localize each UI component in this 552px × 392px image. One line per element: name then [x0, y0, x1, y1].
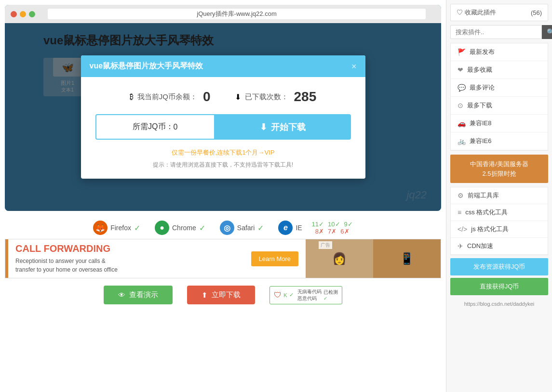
ad-title: CALL FORWARDING — [15, 243, 244, 254]
compat-ie: e IE — [278, 221, 302, 235]
ad-learn-more-button[interactable]: Learn More — [251, 251, 298, 266]
download-icon: ⬇ — [260, 122, 267, 132]
ad-img-1: 👩 — [306, 239, 373, 278]
collect-label: ♡ 收藏此插件 — [457, 8, 496, 17]
modal-close-button[interactable]: × — [351, 62, 357, 71]
balance-value: 0 — [203, 89, 211, 105]
gear-icon: ⚙ — [458, 192, 464, 199]
upload-icon: ⬆ — [202, 291, 208, 300]
cost-label: 所需JQ币： — [133, 122, 173, 132]
car-icon: 🚗 — [458, 119, 466, 127]
tip-text: 提示：请使用浏览器直接下载，不支持迅雷等下载工具! — [95, 161, 351, 169]
browser-url: jQuery插件库-www.jq22.com — [48, 9, 426, 19]
search-input[interactable] — [450, 25, 542, 39]
js-label: js 格式化工具 — [471, 225, 509, 234]
css-icon: ≡ — [458, 209, 461, 216]
publish-resource-button[interactable]: 发布资源获得JQ币 — [450, 258, 548, 275]
security-check2: ✓ — [323, 296, 338, 301]
modal-action-row: 所需JQ币： 0 ⬇ 开始下载 — [95, 114, 351, 140]
sidebar-tool-js[interactable]: </> js 格式化工具 — [451, 221, 548, 238]
sidebar-item-ie6[interactable]: 🚲 兼容IE6 — [451, 132, 548, 150]
earn-jq-button[interactable]: 直接获得JQ币 — [450, 278, 548, 295]
download-sidebar-icon: ⊙ — [458, 102, 463, 109]
firefox-icon: 🦊 — [93, 221, 108, 235]
chrome-label: Chrome — [172, 224, 196, 232]
frontend-label: 前端工具库 — [468, 191, 499, 200]
security-label3: 恶意代码 — [297, 295, 322, 302]
bike-icon: 🚲 — [458, 137, 466, 145]
compat-safari: ◎ Safari ✓ — [220, 221, 264, 235]
sidebar-item-most-collected[interactable]: ❤ 最多收藏 — [451, 61, 548, 79]
modal-body: ₿ 我当前JQ币余额： 0 ⬇ 已下载次数： 285 — [81, 77, 365, 179]
most-commented-label: 最多评论 — [470, 83, 495, 92]
immediate-download-button[interactable]: ⬆ 立即下载 — [187, 286, 255, 304]
sidebar-item-most-commented[interactable]: 💬 最多评论 — [451, 79, 548, 97]
dot-yellow — [20, 11, 26, 17]
modal-title: vue鼠标悬停图片放大手风琴特效 — [90, 61, 203, 71]
most-downloaded-label: 最多下载 — [467, 101, 492, 110]
sidebar-url: https://blog.csdn.net/daddykei — [446, 299, 552, 309]
version-block: 11✓ 10✓ 9✓ 8✗ 7✗ 6✗ — [312, 221, 353, 235]
firefox-check: ✓ — [134, 223, 140, 233]
collect-count: (56) — [531, 9, 542, 16]
browser-preview: jQuery插件库-www.jq22.com vue鼠标悬停图片放大手风琴特效 … — [5, 5, 441, 211]
version-row-no: 8✗ 7✗ 6✗ — [315, 228, 350, 235]
dot-green — [29, 11, 35, 17]
safari-check: ✓ — [257, 223, 264, 233]
sidebar-tool-frontend[interactable]: ⚙ 前端工具库 — [451, 187, 548, 204]
sidebar-tools: ⚙ 前端工具库 ≡ css 格式化工具 </> js 格式化工具 ✈ CDN加速 — [450, 187, 548, 255]
sidebar-tool-css[interactable]: ≡ css 格式化工具 — [451, 204, 548, 221]
security-label2: 已检测 — [323, 289, 338, 296]
view-demo-button[interactable]: 👁 查看演示 — [104, 286, 173, 304]
browser-chrome-bar: jQuery插件库-www.jq22.com — [5, 5, 441, 23]
balance-stat: ₿ 我当前JQ币余额： 0 — [130, 89, 211, 105]
sidebar-promo-banner[interactable]: 中国香港/美国服务器 2.5折限时抢 — [450, 155, 548, 183]
security-check1: ✓ — [289, 292, 294, 298]
ver-9: 9✓ — [344, 221, 353, 228]
ad-desc: Receptionist to answer your calls & tran… — [15, 257, 244, 274]
chrome-icon: ● — [155, 221, 169, 235]
safari-icon: ◎ — [220, 221, 234, 235]
js-icon: </> — [458, 225, 467, 233]
vip-promo-text[interactable]: 仅需一份早餐价,连续下载1个月→VIP — [95, 148, 351, 157]
download-modal: vue鼠标悬停图片放大手风琴特效 × ₿ 我当前JQ币余额： 0 ⬇ — [81, 55, 365, 179]
promo-line2: 2.5折限时抢 — [482, 170, 516, 177]
download-btn-label: 开始下载 — [271, 121, 306, 133]
coin-icon: ₿ — [130, 92, 134, 101]
ie-label: IE — [296, 224, 302, 232]
ad-banner: CALL FORWARDING Receptionist to answer y… — [5, 239, 441, 278]
latest-label: 最新发布 — [470, 48, 495, 56]
sidebar-menu: 🚩 最新发布 ❤ 最多收藏 💬 最多评论 ⊙ 最多下载 🚗 兼容IE8 🚲 兼容… — [450, 43, 548, 151]
safari-label: Safari — [237, 224, 255, 232]
balance-label: 我当前JQ币余额： — [137, 92, 197, 102]
sidebar-tool-cdn[interactable]: ✈ CDN加速 — [451, 238, 548, 255]
search-button[interactable]: 🔍 — [542, 25, 552, 39]
sidebar-collect-button[interactable]: ♡ 收藏此插件 (56) — [450, 4, 548, 21]
browser-body: vue鼠标悬停图片放大手风琴特效 🦋 图片1 文本1 jq22 vue鼠标悬停图… — [5, 23, 441, 211]
heart-icon: ❤ — [458, 66, 463, 74]
start-download-button[interactable]: ⬇ 开始下载 — [215, 114, 350, 140]
comment-icon: 💬 — [458, 84, 466, 91]
modal-header: vue鼠标悬停图片放大手风琴特效 × — [81, 55, 365, 77]
chrome-check: ✓ — [199, 223, 205, 233]
jq-cost-display: 所需JQ币： 0 — [95, 114, 215, 140]
sidebar-search-row: 🔍 — [450, 25, 548, 39]
cost-value: 0 — [174, 123, 178, 131]
cdn-label: CDN加速 — [467, 242, 493, 250]
ad-text: CALL FORWARDING Receptionist to answer y… — [8, 239, 251, 278]
sidebar: ♡ 收藏此插件 (56) 🔍 🚩 最新发布 ❤ 最多收藏 💬 最多评论 ⊙ 最多… — [446, 0, 552, 392]
download-count-label: 已下载次数： — [245, 92, 288, 102]
ie-icon: e — [278, 221, 293, 235]
security-label1: 无病毒代码 — [297, 288, 322, 295]
cdn-icon: ✈ — [458, 242, 463, 250]
ver-8: 8✗ — [315, 228, 324, 235]
sidebar-item-most-downloaded[interactable]: ⊙ 最多下载 — [451, 97, 548, 115]
promo-line1: 中国香港/美国服务器 — [470, 160, 528, 168]
sidebar-item-ie8[interactable]: 🚗 兼容IE8 — [451, 115, 548, 132]
css-label: css 格式化工具 — [465, 208, 508, 217]
dot-red — [11, 11, 17, 17]
compat-firefox: 🦊 Firefox ✓ — [93, 221, 140, 235]
bottom-bar: 👁 查看演示 ⬆ 立即下载 🛡 K ✓ 无病毒代码 恶意代码 已检测 ✓ — [0, 281, 446, 309]
most-collected-label: 最多收藏 — [467, 65, 492, 74]
sidebar-item-latest[interactable]: 🚩 最新发布 — [451, 43, 548, 61]
